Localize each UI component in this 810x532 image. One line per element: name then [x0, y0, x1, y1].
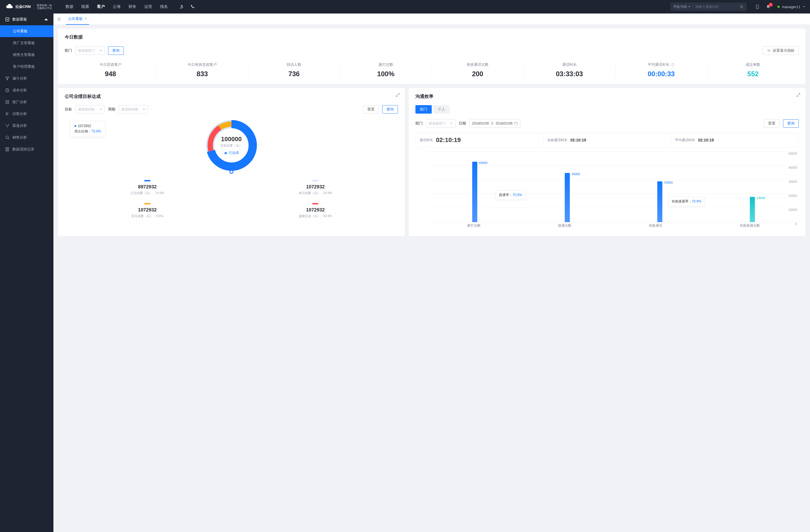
settings-metrics-button[interactable]: 设置显示指标	[763, 46, 799, 55]
chevron-down-icon	[99, 49, 102, 52]
bar[interactable]: 35000	[565, 173, 570, 222]
card-title: 公司业绩目标达成	[65, 94, 398, 100]
sidebar-icon	[5, 112, 10, 116]
add-user-icon[interactable]	[179, 4, 184, 9]
expand-icon[interactable]	[396, 93, 400, 97]
bar[interactable]: 29000	[657, 181, 662, 222]
svg-rect-1	[756, 5, 759, 9]
svg-point-2	[757, 7, 758, 8]
status-dot-icon	[777, 6, 780, 8]
sidebar-group-dashboard[interactable]: 数据看板	[0, 14, 53, 25]
sidebar-item[interactable]: 客户经理看板	[0, 61, 53, 72]
search-input[interactable]	[695, 5, 738, 9]
segment-button[interactable]: 部门	[416, 105, 432, 114]
tab-company-board[interactable]: 公司看板 ✕	[66, 14, 89, 25]
sidebar-toggle-icon[interactable]	[57, 17, 61, 21]
x-axis-label: 接通次数	[558, 223, 571, 231]
sidebar-item[interactable]: 数据流转记录	[0, 144, 53, 155]
sidebar-icon	[5, 100, 10, 104]
sidebar-item[interactable]: 推广主管看板	[0, 37, 53, 49]
metric: 有效通话次数200	[432, 62, 524, 79]
nav-item[interactable]: 运营	[144, 1, 152, 13]
nav-item[interactable]: 客户	[97, 1, 105, 13]
gear-icon	[767, 49, 771, 53]
stat-cell: 有效通话时长02:10:19	[544, 133, 671, 147]
metric: 成交单数552	[707, 62, 799, 79]
donut-handle[interactable]	[229, 170, 233, 174]
mobile-icon[interactable]	[755, 4, 760, 9]
sidebar-item[interactable]: 推广分析	[0, 96, 53, 108]
dept-label: 部门	[65, 48, 72, 53]
sidebar-icon	[5, 135, 10, 140]
main-nav: 数据线索客户公海财务运营报名	[66, 1, 168, 13]
svg-point-12	[768, 50, 770, 51]
reset-button[interactable]: 重置	[363, 105, 379, 114]
expand-icon[interactable]	[796, 93, 800, 97]
metric: 平均通话时长00:00:33	[615, 62, 707, 79]
search-icon[interactable]	[740, 5, 744, 9]
chevron-down-icon	[143, 108, 145, 111]
callout: 接通率：70.9%	[496, 190, 525, 200]
x-axis-label: 拨打次数	[467, 223, 481, 231]
period-select[interactable]: 请选择周期	[119, 105, 148, 114]
sidebar-icon	[5, 147, 10, 152]
notification-badge: 5	[769, 3, 773, 7]
dashboard-icon	[5, 17, 10, 22]
communication-card: 沟通效率 部门个人 部门 请选择部门 日期 201	[409, 88, 806, 236]
card-title: 沟通效率	[416, 94, 799, 100]
chevron-down-icon	[450, 122, 453, 125]
user-menu[interactable]: manager11	[777, 5, 806, 9]
sidebar-item[interactable]: 销售分析	[0, 132, 53, 144]
query-button[interactable]: 查询	[108, 46, 124, 55]
sidebar-item[interactable]: 公司看板	[0, 25, 53, 37]
nav-item[interactable]: 财务	[129, 1, 136, 13]
donut-center: 100000 目标总量（元） 已达成	[221, 135, 242, 155]
header: 云朵CRM 教育机构一站 式服务云平台 数据线索客户公海财务运营报名 手机号码 …	[0, 0, 810, 14]
date-range-input[interactable]: 2018/01/08 至 2018/01/08	[469, 119, 521, 128]
reset-button[interactable]: 重置	[764, 119, 780, 128]
donut-chart: 100000 目标总量（元） 已达成 1072932 所占比例：70.9%	[65, 116, 398, 175]
segment-button[interactable]: 个人	[433, 105, 450, 114]
goal-card: 公司业绩目标达成 目标 请选择目标 周期 请选择周期	[58, 88, 405, 236]
metric: 回访人数736	[248, 62, 340, 79]
sidebar-item[interactable]: 成本分析	[0, 84, 53, 96]
svg-point-6	[6, 113, 7, 114]
x-axis-label: 有效接通次数	[740, 223, 760, 231]
bar[interactable]: 43000	[472, 162, 477, 222]
legend-item: 8972932已完成量（元）|70.9%	[65, 180, 230, 195]
nav-item[interactable]: 报名	[160, 1, 168, 13]
nav-item[interactable]: 公海	[113, 1, 121, 13]
chevron-down-icon	[99, 108, 102, 111]
metric: 拨打次数100%	[340, 62, 432, 79]
close-icon[interactable]: ✕	[84, 17, 87, 20]
dept-select[interactable]: 请选择部门	[75, 46, 104, 55]
help-icon[interactable]	[671, 63, 675, 67]
dept-select[interactable]: 请选择部门	[426, 119, 455, 128]
svg-point-8	[8, 124, 9, 125]
query-button[interactable]: 查询	[382, 105, 398, 114]
calendar-icon	[514, 121, 518, 126]
card-title: 今日数据	[65, 34, 799, 40]
sidebar-item[interactable]: 销售主管看板	[0, 49, 53, 61]
legend-item: 1072932未完成量（元）|20.9%	[233, 180, 398, 195]
logo[interactable]: 云朵CRM 教育机构一站 式服务云平台	[6, 4, 52, 10]
sidebar-item[interactable]: 访客分析	[0, 108, 53, 120]
sidebar-icon	[5, 76, 10, 81]
sidebar: 数据看板 公司看板推广主管看板销售主管看板客户经理看板 漏斗分析成本分析推广分析…	[0, 14, 53, 532]
tab-bar: 公司看板 ✕	[53, 14, 810, 25]
query-button[interactable]: 查询	[783, 119, 799, 128]
callout: 有效接通率：70.9%	[668, 197, 704, 206]
x-axis-label: 有效通话	[649, 223, 662, 231]
search-type-select[interactable]: 手机号码	[673, 4, 693, 9]
chevron-up-icon	[44, 17, 48, 22]
sidebar-item[interactable]: 渠道分析	[0, 120, 53, 132]
target-select[interactable]: 请选择目标	[75, 105, 104, 114]
metric: 今日有效首咨客户833	[156, 62, 248, 79]
chevron-down-icon	[803, 5, 806, 8]
nav-item[interactable]: 线索	[81, 1, 89, 13]
sidebar-item[interactable]: 漏斗分析	[0, 72, 53, 84]
nav-item[interactable]: 数据	[66, 1, 74, 13]
bar[interactable]: 18000	[750, 197, 755, 222]
phone-icon[interactable]	[190, 4, 195, 9]
notifications-button[interactable]: 5	[766, 4, 771, 9]
